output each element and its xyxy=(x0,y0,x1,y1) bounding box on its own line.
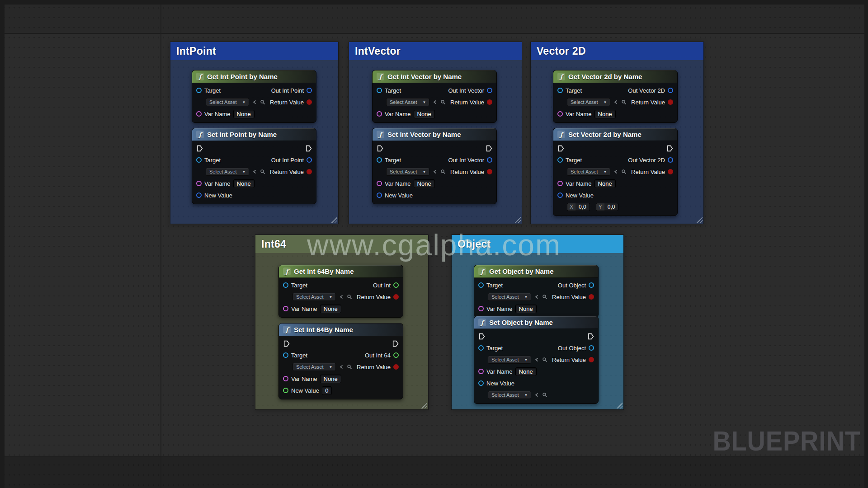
use-selected-asset-icon[interactable] xyxy=(252,169,257,174)
use-selected-asset-icon[interactable] xyxy=(534,392,539,398)
struct-pin[interactable] xyxy=(377,192,382,198)
node-get-int-point-by-name[interactable]: ƒGet Int Point by NameTargetOut Int Poin… xyxy=(192,70,316,123)
node-get-int-64by-name[interactable]: ƒGet Int 64By NameTargetOut IntSelect As… xyxy=(278,265,403,318)
exec-out-pin[interactable] xyxy=(587,333,594,340)
object-pin[interactable] xyxy=(557,88,563,93)
object-pin[interactable] xyxy=(377,157,382,163)
name-pin[interactable] xyxy=(557,181,563,186)
struct-pin[interactable] xyxy=(557,192,563,198)
browse-asset-icon[interactable] xyxy=(542,294,547,300)
exec-in-pin[interactable] xyxy=(377,145,383,152)
struct-pin[interactable] xyxy=(668,157,673,163)
struct-pin[interactable] xyxy=(668,88,673,93)
object-pin[interactable] xyxy=(478,345,484,351)
browse-asset-icon[interactable] xyxy=(260,169,265,174)
struct-pin[interactable] xyxy=(487,157,492,163)
browse-asset-icon[interactable] xyxy=(347,294,352,300)
object-pin[interactable] xyxy=(283,282,288,288)
node-header[interactable]: ƒSet Int 64By Name xyxy=(279,324,403,336)
browse-asset-icon[interactable] xyxy=(440,99,446,105)
select-asset-dropdown[interactable]: Select Asset▼ xyxy=(292,363,336,371)
node-set-int-vector-by-name[interactable]: ƒSet Int Vector by NameTargetOut Int Vec… xyxy=(372,128,497,204)
int-pin[interactable] xyxy=(393,352,399,358)
name-pin[interactable] xyxy=(196,111,202,117)
object-pin[interactable] xyxy=(557,157,563,163)
object-pin[interactable] xyxy=(478,380,484,386)
value-input[interactable]: None xyxy=(515,367,537,376)
select-asset-dropdown[interactable]: Select Asset▼ xyxy=(567,168,610,176)
node-set-int-64by-name[interactable]: ƒSet Int 64By NameTargetOut Int 64Select… xyxy=(278,323,403,399)
blueprint-graph-canvas[interactable]: IntPoint ƒGet Int Point by NameTargetOut… xyxy=(0,0,868,488)
name-pin[interactable] xyxy=(557,111,563,117)
name-pin[interactable] xyxy=(283,306,288,311)
use-selected-asset-icon[interactable] xyxy=(339,294,344,300)
value-input[interactable]: None xyxy=(320,375,341,383)
object-pin[interactable] xyxy=(196,157,202,163)
name-pin[interactable] xyxy=(283,376,288,381)
select-asset-dropdown[interactable]: Select Asset▼ xyxy=(206,168,249,176)
comment-object-header[interactable]: Object xyxy=(452,235,623,253)
use-selected-asset-icon[interactable] xyxy=(613,169,618,174)
select-asset-dropdown[interactable]: Select Asset▼ xyxy=(488,356,531,364)
node-header[interactable]: ƒSet Int Point by Name xyxy=(192,128,316,141)
struct-pin[interactable] xyxy=(487,88,492,93)
comment-intpoint-header[interactable]: IntPoint xyxy=(170,42,338,60)
value-input[interactable]: None xyxy=(233,179,255,188)
use-selected-asset-icon[interactable] xyxy=(432,169,438,174)
bool-pin[interactable] xyxy=(393,294,399,300)
struct-pin[interactable] xyxy=(196,192,202,198)
name-pin[interactable] xyxy=(478,306,484,311)
int-pin[interactable] xyxy=(283,388,288,393)
exec-in-pin[interactable] xyxy=(283,340,290,347)
use-selected-asset-icon[interactable] xyxy=(613,99,618,105)
node-header[interactable]: ƒSet Object by Name xyxy=(474,316,598,329)
comment-vector2d-header[interactable]: Vector 2D xyxy=(531,42,703,60)
node-header[interactable]: ƒGet Vector 2d by Name xyxy=(553,70,677,83)
bool-pin[interactable] xyxy=(487,99,492,105)
value-input[interactable]: None xyxy=(414,110,435,118)
exec-in-pin[interactable] xyxy=(478,333,485,340)
name-pin[interactable] xyxy=(196,181,202,186)
object-pin[interactable] xyxy=(196,88,202,93)
browse-asset-icon[interactable] xyxy=(621,99,627,105)
object-pin[interactable] xyxy=(377,88,382,93)
struct-pin[interactable] xyxy=(307,157,312,163)
bool-pin[interactable] xyxy=(668,99,673,105)
use-selected-asset-icon[interactable] xyxy=(534,357,539,362)
name-pin[interactable] xyxy=(377,111,382,117)
bool-pin[interactable] xyxy=(589,294,594,300)
select-asset-dropdown[interactable]: Select Asset▼ xyxy=(386,98,429,106)
select-asset-dropdown[interactable]: Select Asset▼ xyxy=(386,168,429,176)
name-pin[interactable] xyxy=(377,181,382,186)
select-asset-dropdown[interactable]: Select Asset▼ xyxy=(488,391,531,399)
node-get-object-by-name[interactable]: ƒGet Object by NameTargetOut ObjectSelec… xyxy=(474,265,599,318)
use-selected-asset-icon[interactable] xyxy=(252,99,257,105)
value-input[interactable]: 0 xyxy=(322,386,332,395)
value-input[interactable]: None xyxy=(320,305,341,313)
name-pin[interactable] xyxy=(478,369,484,374)
node-get-vector-2d-by-name[interactable]: ƒGet Vector 2d by NameTargetOut Vector 2… xyxy=(553,70,678,123)
comment-int64-header[interactable]: Int64 xyxy=(255,235,428,253)
browse-asset-icon[interactable] xyxy=(440,169,446,174)
bool-pin[interactable] xyxy=(589,357,594,362)
axis-x-input[interactable]: X0,0 xyxy=(567,203,590,211)
int-pin[interactable] xyxy=(393,282,399,288)
browse-asset-icon[interactable] xyxy=(542,357,547,362)
exec-in-pin[interactable] xyxy=(196,145,203,152)
object-pin[interactable] xyxy=(283,352,288,358)
node-header[interactable]: ƒGet Object by Name xyxy=(474,265,598,278)
select-asset-dropdown[interactable]: Select Asset▼ xyxy=(567,98,610,106)
select-asset-dropdown[interactable]: Select Asset▼ xyxy=(292,293,336,301)
node-header[interactable]: ƒSet Vector 2d by Name xyxy=(553,128,677,141)
browse-asset-icon[interactable] xyxy=(542,392,547,398)
value-input[interactable]: None xyxy=(594,179,616,188)
value-input[interactable]: None xyxy=(515,305,537,313)
node-set-object-by-name[interactable]: ƒSet Object by NameTargetOut ObjectSelec… xyxy=(474,316,599,404)
node-get-int-vector-by-name[interactable]: ƒGet Int Vector by NameTargetOut Int Vec… xyxy=(372,70,497,123)
node-header[interactable]: ƒSet Int Vector by Name xyxy=(373,128,496,141)
bool-pin[interactable] xyxy=(393,364,399,370)
bool-pin[interactable] xyxy=(307,99,312,105)
node-header[interactable]: ƒGet Int Vector by Name xyxy=(373,70,496,83)
value-input[interactable]: None xyxy=(594,110,616,118)
browse-asset-icon[interactable] xyxy=(621,169,627,174)
